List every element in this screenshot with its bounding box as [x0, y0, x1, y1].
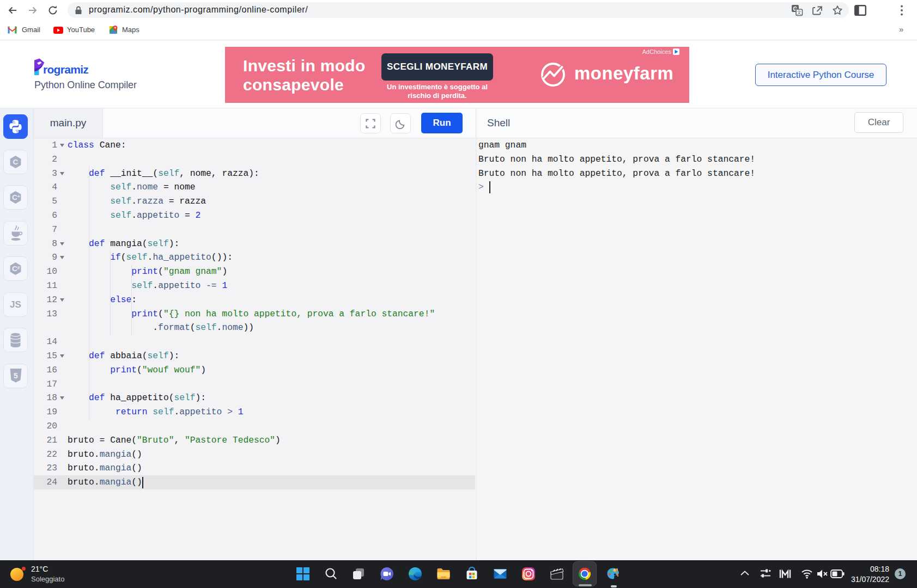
- svg-text:5: 5: [14, 371, 18, 380]
- svg-text:文: 文: [797, 10, 801, 15]
- svg-text:C: C: [12, 265, 17, 273]
- svg-text:#: #: [17, 265, 21, 271]
- svg-text:C: C: [13, 158, 19, 166]
- svg-text:+: +: [17, 194, 20, 199]
